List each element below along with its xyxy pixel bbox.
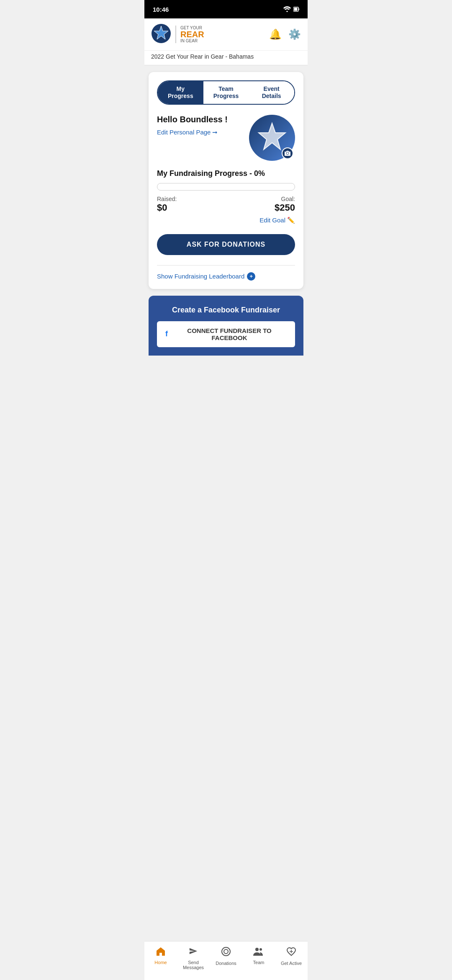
send-messages-icon [188,946,198,958]
svg-point-7 [222,947,230,956]
raised-label: Raised: [157,196,177,202]
status-icons [283,6,299,12]
notification-icon[interactable]: 🔔 [269,28,282,40]
tab-my-progress[interactable]: MyProgress [158,81,203,104]
svg-point-6 [287,152,289,154]
donations-icon [221,946,231,959]
edit-personal-page-link[interactable]: Edit Personal Page ➞ [157,129,249,136]
show-leaderboard-link[interactable]: Show Fundraising Leaderboard + [157,272,295,281]
arrow-icon: ➞ [212,129,218,136]
settings-icon[interactable]: ⚙️ [288,28,301,40]
team-icon [253,946,264,958]
raised-amount: $0 [157,202,177,213]
nav-send-messages[interactable]: SendMessages [177,945,210,972]
greeting-text: Hello Boundless ! [157,115,249,124]
goal-section: Goal: $250 [275,196,295,213]
nav-send-messages-label: SendMessages [183,960,204,970]
leaderboard-plus-icon: + [247,272,255,281]
logo-area: GET YOUR REAR IN GEAR [151,23,204,45]
event-subtitle: 2022 Get Your Rear in Gear - Bahamas [151,53,254,60]
edit-goal-row: Edit Goal ✏️ [157,217,295,224]
goal-amount: $250 [275,202,295,213]
progress-bar-container [157,183,295,191]
svg-rect-2 [294,8,298,11]
edit-goal-link[interactable]: Edit Goal ✏️ [259,217,295,224]
facebook-section: Create a Facebook Fundraiser f CONNECT F… [149,296,303,356]
svg-point-8 [224,949,228,954]
bottom-nav: Home SendMessages Donations Team [144,941,308,980]
home-icon [156,946,166,958]
user-info: Hello Boundless ! Edit Personal Page ➞ [157,115,249,136]
logo-in-gear: IN GEAR [180,39,204,43]
tab-team-progress[interactable]: TeamProgress [203,81,249,104]
svg-point-9 [255,948,259,951]
status-bar: 10:46 [144,0,308,18]
logo-text: GET YOUR REAR IN GEAR [175,26,204,43]
tab-event-details[interactable]: EventDetails [249,81,294,104]
main-card: MyProgress TeamProgress EventDetails Hel… [149,72,303,289]
get-active-icon [286,946,296,959]
fb-create-title: Create a Facebook Fundraiser [157,306,295,315]
subtitle-bar: 2022 Get Your Rear in Gear - Bahamas [144,51,308,65]
goal-label: Goal: [281,196,295,202]
logo-star-icon [151,23,171,45]
avatar-area [249,115,295,161]
fundraising-progress-title: My Fundraising Progress - 0% [157,169,295,178]
nav-team[interactable]: Team [242,945,275,972]
wifi-icon [283,6,291,12]
battery-icon [293,6,299,12]
ask-for-donations-button[interactable]: ASK FOR DONATIONS [157,234,295,255]
nav-home-label: Home [154,960,167,965]
camera-icon[interactable] [282,147,293,159]
nav-home[interactable]: Home [144,945,177,972]
nav-team-label: Team [253,960,265,965]
nav-donations-label: Donations [216,961,236,966]
tab-group: MyProgress TeamProgress EventDetails [157,80,295,105]
raised-section: Raised: $0 [157,196,177,213]
fb-connect-button[interactable]: f CONNECT FUNDRAISER TO FACEBOOK [157,321,295,347]
content-area: Hello Boundless ! Edit Personal Page ➞ [157,115,295,161]
nav-get-active[interactable]: Get Active [275,945,308,972]
raised-goal-row: Raised: $0 Goal: $250 [157,196,295,213]
status-time: 10:46 [153,6,169,13]
header-actions: 🔔 ⚙️ [269,28,301,40]
logo-rear: REAR [180,30,204,39]
divider [157,265,295,266]
svg-marker-5 [259,123,285,150]
app-header: GET YOUR REAR IN GEAR 🔔 ⚙️ [144,18,308,51]
pencil-icon: ✏️ [287,217,295,224]
facebook-icon: f [165,330,168,338]
nav-donations[interactable]: Donations [210,945,242,972]
svg-rect-1 [299,8,300,10]
nav-get-active-label: Get Active [281,961,302,966]
svg-point-10 [259,948,262,951]
